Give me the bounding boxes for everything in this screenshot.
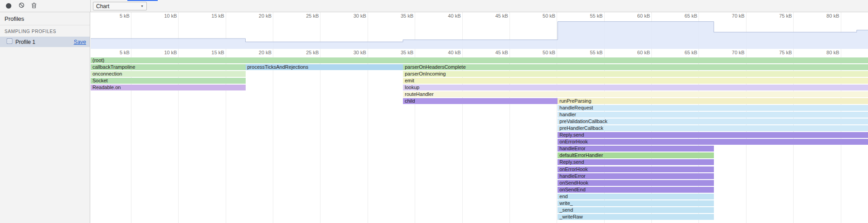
flame-bar[interactable]: handleRequest [558, 105, 868, 111]
toolbar: Chart ▼ [0, 0, 868, 12]
flame-bar[interactable]: runPreParsing [558, 98, 868, 104]
flame-bar[interactable]: preHandlerCallback [558, 125, 868, 131]
block-icon [19, 2, 24, 9]
flame-bar[interactable]: parserOnHeadersComplete [403, 64, 868, 70]
flame-bar[interactable]: Reply.send [558, 159, 713, 165]
flame-bar[interactable]: Reply.send [558, 132, 868, 138]
record-heap-profile-button[interactable] [3, 0, 15, 11]
flame-bar[interactable]: parserOnIncoming [403, 71, 868, 77]
profiles-sidebar: Profiles SAMPLING PROFILES Profile 1 Sav… [0, 12, 90, 223]
flame-bar[interactable]: routeHandler [403, 91, 868, 97]
flame-bar[interactable]: onSendHook [558, 180, 713, 186]
flame-bar[interactable]: emit [403, 78, 868, 84]
flame-bar[interactable]: Socket [91, 78, 246, 84]
flame-bar[interactable]: _send [558, 207, 713, 213]
flame-bar[interactable]: processTicksAndRejections [246, 64, 403, 70]
memory-profiler-panel: Chart ▼ Profiles SAMPLING PROFILES Profi… [0, 0, 868, 223]
flame-bar[interactable]: onErrorHook [558, 139, 868, 145]
flame-bar[interactable]: handler [558, 112, 868, 118]
profile-name: Profile 1 [15, 39, 35, 45]
clear-all-profiles-button[interactable] [15, 0, 27, 11]
chevron-down-icon: ▼ [141, 5, 144, 8]
flame-bar[interactable]: child [403, 98, 558, 104]
heap-profile-icon [6, 38, 13, 46]
delete-profile-button[interactable] [28, 0, 40, 11]
flame-bar[interactable]: onErrorHook [558, 166, 713, 172]
flame-bar[interactable]: write_ [558, 200, 713, 206]
flame-bar[interactable]: onSendEnd [558, 187, 713, 193]
trash-icon [31, 2, 37, 10]
sampling-profiles-heading: SAMPLING PROFILES [0, 25, 90, 37]
flame-bar[interactable]: onconnection [91, 71, 246, 77]
flame-bar[interactable]: (root) [91, 57, 868, 63]
flame-bar[interactable]: defaultErrorHandler [558, 152, 713, 158]
flame-chart: (root)callbackTrampolineprocessTicksAndR… [91, 12, 868, 223]
flame-bar[interactable]: callbackTrampoline [91, 64, 246, 70]
flame-bar[interactable]: handleError [558, 173, 713, 179]
chart-view-select-value: Chart [96, 3, 109, 9]
active-tab-indicator [127, 0, 158, 1]
profile-item[interactable]: Profile 1 Save [0, 37, 90, 47]
save-profile-link[interactable]: Save [74, 39, 86, 45]
flame-bar[interactable]: Readable.on [91, 85, 246, 90]
chart-view-select[interactable]: Chart ▼ [93, 2, 147, 10]
flame-bar[interactable]: preValidationCallback [558, 119, 868, 124]
flame-bar[interactable]: handleError [558, 146, 713, 152]
toolbar-separator [90, 0, 91, 12]
allocation-chart-area: 5 kB10 kB15 kB20 kB25 kB30 kB35 kB40 kB4… [91, 12, 868, 223]
sidebar-title: Profiles [0, 12, 90, 25]
flame-bar[interactable]: end [558, 194, 713, 199]
record-icon [6, 3, 11, 9]
flame-bar[interactable]: lookup [403, 85, 868, 90]
flame-bar[interactable]: _writeRaw [558, 214, 713, 220]
